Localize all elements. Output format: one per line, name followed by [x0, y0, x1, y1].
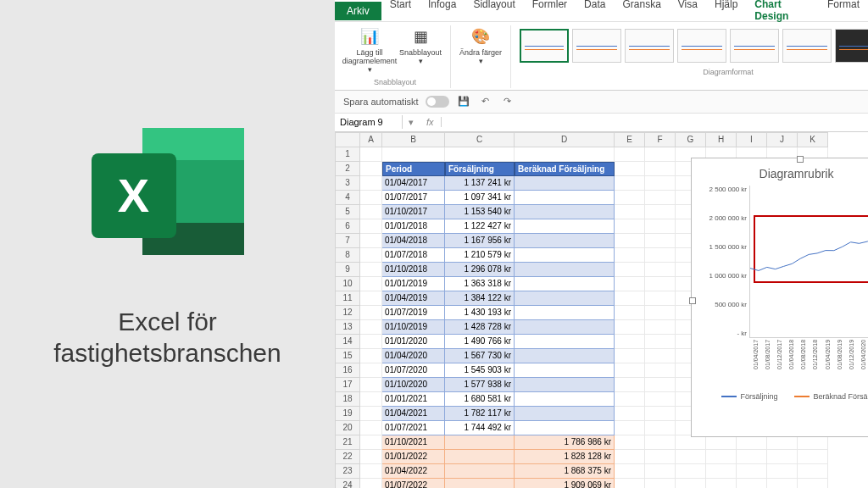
cell[interactable] — [798, 450, 828, 464]
cell[interactable] — [515, 335, 615, 349]
row-header[interactable]: 8 — [335, 248, 360, 263]
row-header[interactable]: 18 — [335, 392, 360, 407]
cell[interactable] — [645, 335, 676, 349]
row-header[interactable]: 24 — [335, 479, 360, 488]
chart-style-5[interactable] — [730, 29, 779, 63]
cell[interactable] — [645, 162, 676, 176]
row-header[interactable]: 12 — [335, 306, 360, 320]
cell[interactable] — [645, 306, 676, 320]
column-header-C[interactable]: C — [445, 132, 515, 147]
cell[interactable] — [706, 435, 737, 450]
cell[interactable] — [515, 263, 615, 277]
cell[interactable]: 1 909 069 kr — [515, 479, 615, 488]
cell[interactable] — [737, 435, 767, 450]
cell[interactable]: 1 828 128 kr — [515, 450, 615, 464]
chart-plot-area[interactable]: 2 500 000 kr2 000 000 kr1 500 000 kr1 00… — [749, 186, 868, 338]
cell[interactable] — [676, 479, 706, 488]
cell[interactable]: 01/10/2021 — [382, 435, 445, 450]
cell[interactable] — [645, 421, 676, 435]
cell[interactable] — [360, 147, 382, 162]
cell[interactable] — [360, 191, 382, 205]
cell[interactable] — [445, 450, 515, 464]
cell[interactable] — [615, 479, 645, 488]
cell[interactable] — [798, 479, 828, 488]
cell[interactable] — [445, 464, 515, 479]
column-header-F[interactable]: F — [645, 132, 676, 147]
row-header[interactable]: 16 — [335, 363, 360, 378]
cell[interactable] — [360, 248, 382, 263]
cell[interactable] — [645, 219, 676, 234]
cell[interactable] — [515, 176, 615, 191]
row-header[interactable]: 1 — [335, 147, 360, 162]
cell[interactable] — [445, 435, 515, 450]
cell[interactable] — [615, 464, 645, 479]
column-header-H[interactable]: H — [706, 132, 737, 147]
cell[interactable]: 01/07/2018 — [382, 248, 445, 263]
row-header[interactable]: 22 — [335, 450, 360, 464]
cell[interactable] — [615, 407, 645, 421]
cell[interactable]: Försäljning — [445, 162, 515, 176]
cell[interactable] — [615, 421, 645, 435]
cell[interactable] — [360, 349, 382, 363]
row-header[interactable]: 19 — [335, 407, 360, 421]
cell[interactable] — [360, 464, 382, 479]
row-header[interactable]: 9 — [335, 263, 360, 277]
row-header[interactable]: 21 — [335, 435, 360, 450]
cell[interactable] — [645, 263, 676, 277]
row-header[interactable]: 20 — [335, 421, 360, 435]
cell[interactable] — [360, 277, 382, 291]
cell[interactable] — [615, 205, 645, 219]
cell[interactable]: 01/04/2022 — [382, 464, 445, 479]
cell[interactable] — [645, 320, 676, 335]
cell[interactable] — [360, 392, 382, 407]
cell[interactable] — [360, 435, 382, 450]
cell[interactable]: 1 167 956 kr — [445, 234, 515, 248]
cell[interactable] — [615, 378, 645, 392]
cell[interactable]: 01/07/2017 — [382, 191, 445, 205]
chart-style-1[interactable] — [520, 29, 569, 63]
add-chart-element-button[interactable]: 📊 Lägg till diagramelement ▾ — [347, 27, 392, 75]
cell[interactable] — [515, 421, 615, 435]
redo-icon[interactable]: ↷ — [500, 94, 515, 109]
cell[interactable]: 01/07/2019 — [382, 306, 445, 320]
formula-input[interactable] — [442, 115, 868, 129]
cell[interactable] — [615, 291, 645, 306]
cell[interactable]: 01/07/2022 — [382, 479, 445, 488]
cell[interactable] — [515, 392, 615, 407]
column-header-E[interactable]: E — [615, 132, 645, 147]
cell[interactable]: 01/10/2017 — [382, 205, 445, 219]
select-all-corner[interactable] — [335, 132, 360, 147]
cell[interactable]: 01/10/2020 — [382, 378, 445, 392]
cell[interactable] — [615, 176, 645, 191]
cell[interactable] — [615, 435, 645, 450]
row-header[interactable]: 2 — [335, 162, 360, 176]
cell[interactable] — [676, 464, 706, 479]
cell[interactable] — [645, 435, 676, 450]
cell[interactable] — [515, 306, 615, 320]
row-header[interactable]: 23 — [335, 464, 360, 479]
chart-style-3[interactable] — [625, 29, 674, 63]
cell[interactable]: 1 680 581 kr — [445, 392, 515, 407]
cell[interactable]: 1 363 318 kr — [445, 277, 515, 291]
cell[interactable] — [360, 450, 382, 464]
cell[interactable] — [645, 176, 676, 191]
cell[interactable] — [515, 234, 615, 248]
cell[interactable]: 1 384 122 kr — [445, 291, 515, 306]
cell[interactable]: 1 430 193 kr — [445, 306, 515, 320]
cell[interactable] — [645, 450, 676, 464]
autosave-toggle[interactable] — [426, 96, 449, 108]
cell[interactable] — [645, 291, 676, 306]
cell[interactable] — [615, 349, 645, 363]
cell[interactable] — [615, 320, 645, 335]
cell[interactable]: 01/04/2021 — [382, 407, 445, 421]
cell[interactable] — [615, 277, 645, 291]
cell[interactable] — [360, 205, 382, 219]
cell[interactable] — [360, 291, 382, 306]
column-header-K[interactable]: K — [798, 132, 828, 147]
cell[interactable]: 01/01/2022 — [382, 450, 445, 464]
cell[interactable] — [615, 392, 645, 407]
chart-style-4[interactable] — [677, 29, 726, 63]
cell[interactable]: 1 210 579 kr — [445, 248, 515, 263]
cell[interactable] — [360, 234, 382, 248]
cell[interactable]: 1 122 427 kr — [445, 219, 515, 234]
